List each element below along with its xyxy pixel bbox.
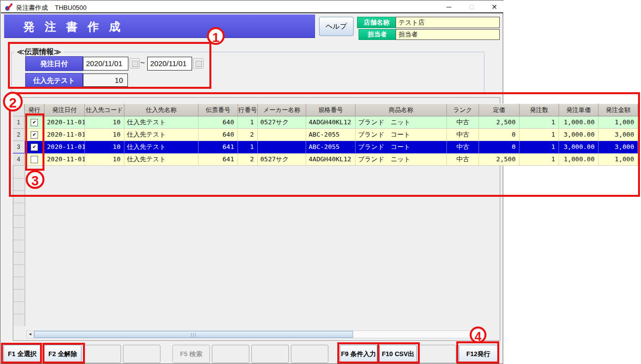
- row-number: 3: [13, 141, 25, 153]
- person-in-charge-label: 担当者: [359, 29, 396, 40]
- row-number: 1: [13, 116, 25, 129]
- f8-button-empty: [291, 345, 328, 363]
- list-price-cell: 0: [479, 141, 520, 153]
- f1-select-all-button[interactable]: F1 全選択: [3, 345, 41, 363]
- f2-clear-all-button[interactable]: F2 全解除: [44, 345, 81, 363]
- maximize-button[interactable]: □: [463, 1, 480, 13]
- maker-name-cell: 0527サク: [258, 153, 306, 166]
- spec-no-cell: 4ADGH40KL12: [306, 153, 356, 166]
- close-button[interactable]: ✕: [486, 1, 503, 13]
- col-supplier-code[interactable]: 仕入先コード: [85, 104, 124, 116]
- close-icon: ✕: [491, 3, 497, 11]
- rank-cell: 中古: [447, 116, 479, 129]
- table-row[interactable]: 2 ✔ 2020-11-01 10 仕入先テスト 640 2 ABC-2055 …: [13, 129, 638, 141]
- window-title: 発注書作成THBU0500: [16, 3, 86, 12]
- f9-condition-input-button[interactable]: F9 条件入力: [340, 345, 377, 363]
- table-row-selected[interactable]: 3 ✔ 2020-11-01 10 仕入先テスト 641 1 ABC-2055 …: [13, 141, 638, 153]
- table-row[interactable]: 1 ✔ 2020-11-01 10 仕入先テスト 640 1 0527サク 4A…: [13, 116, 638, 129]
- scrollbar-grip-icon: [191, 333, 197, 337]
- col-supplier-name[interactable]: 仕入先名称: [124, 104, 199, 116]
- screen: 発注書作成THBU0500 ─ □ ✕ 発 注 書 作 成 ヘルプ 店舗名称 テ…: [0, 0, 641, 364]
- order-date-cell: 2020-11-01: [44, 129, 85, 141]
- issue-checkbox-cell: ✔: [25, 116, 44, 129]
- amount-cell: 3,000: [599, 129, 638, 141]
- order-date-to-input[interactable]: 2020/11/01: [147, 57, 192, 71]
- order-grid: 発行 発注日付 仕入先コード 仕入先名称 伝票番号 行番号 メーカー名称 規格番…: [13, 104, 638, 166]
- supplier-name-cell: 仕入先テスト: [124, 129, 199, 141]
- f12-issue-button[interactable]: F12発行: [459, 345, 498, 363]
- order-date-cell: 2020-11-01: [44, 116, 85, 129]
- date-range-separator: ~: [140, 59, 145, 68]
- page-banner: 発 注 書 作 成: [4, 14, 315, 38]
- scrollbar-thumb[interactable]: [34, 331, 353, 338]
- product-name-cell: ブランド コート: [356, 129, 447, 141]
- horizontal-scrollbar[interactable]: ◄: [26, 330, 478, 338]
- grid-row-header-strip: [13, 166, 25, 326]
- calendar-button-from[interactable]: [129, 58, 140, 69]
- store-name-label: 店舗名称: [357, 17, 396, 28]
- col-order-unit-price[interactable]: 発注単価: [559, 104, 599, 116]
- issue-checkbox[interactable]: ✔: [31, 144, 38, 151]
- calendar-button-to[interactable]: [193, 58, 203, 69]
- spec-no-cell: 4ADGH40KL12: [306, 116, 356, 129]
- help-button[interactable]: ヘルプ: [319, 17, 354, 36]
- maker-name-cell: [258, 141, 306, 153]
- f6-button-empty: [212, 345, 249, 363]
- issue-checkbox[interactable]: ✔: [31, 131, 38, 139]
- line-no-cell: 1: [238, 116, 258, 129]
- minimize-button[interactable]: ─: [441, 1, 457, 13]
- line-no-cell: 1: [238, 141, 258, 153]
- product-name-cell: ブランド ニット: [356, 116, 447, 129]
- store-name-value: テスト店: [396, 17, 500, 28]
- order-date-from-input[interactable]: 2020/11/01: [83, 57, 128, 71]
- product-name-cell: ブランド コート: [356, 141, 447, 153]
- amount-cell: 1,000: [599, 116, 638, 129]
- supplier-name-cell: 仕入先テスト: [124, 116, 199, 129]
- row-number: 4: [13, 153, 25, 166]
- app-icon: [4, 3, 13, 11]
- corner-cell: [13, 104, 25, 116]
- spec-no-cell: ABC-2055: [306, 141, 356, 153]
- issue-checkbox[interactable]: ✔: [31, 119, 38, 126]
- f10-csv-export-button[interactable]: F10 CSV出力: [379, 345, 417, 363]
- supplier-code-cell: 10: [85, 129, 124, 141]
- grid-header-row: 発行 発注日付 仕入先コード 仕入先名称 伝票番号 行番号 メーカー名称 規格番…: [13, 104, 638, 116]
- order-qty-cell: 1: [520, 129, 559, 141]
- col-order-amount[interactable]: 発注金額: [599, 104, 638, 116]
- col-order-qty[interactable]: 発注数: [520, 104, 559, 116]
- col-rank[interactable]: ランク: [447, 104, 479, 116]
- col-order-date[interactable]: 発注日付: [44, 104, 85, 116]
- row-number: 2: [13, 129, 25, 141]
- supplier-name-cell: 仕入先テスト: [124, 153, 199, 166]
- rank-cell: 中古: [447, 153, 479, 166]
- slip-no-cell: 640: [199, 116, 238, 129]
- col-spec-no[interactable]: 規格番号: [306, 104, 356, 116]
- list-price-cell: 2,500: [479, 153, 520, 166]
- app-window: 発注書作成THBU0500 ─ □ ✕ 発 注 書 作 成 ヘルプ 店舗名称 テ…: [0, 0, 503, 364]
- col-issue[interactable]: 発行: [25, 104, 44, 116]
- col-product-name[interactable]: 商品名称: [356, 104, 447, 116]
- issue-checkbox[interactable]: [31, 156, 38, 163]
- line-no-cell: 2: [238, 153, 258, 166]
- supplier-code-input[interactable]: 10: [83, 73, 128, 87]
- order-qty-cell: 1: [520, 141, 559, 153]
- slip-no-cell: 641: [199, 141, 238, 153]
- col-maker-name[interactable]: メーカー名称: [258, 104, 306, 116]
- slip-info-title: ≪伝票情報≫: [14, 47, 64, 57]
- col-line-no[interactable]: 行番号: [238, 104, 258, 116]
- table-row[interactable]: 4 2020-11-01 10 仕入先テスト 641 2 0527サク 4ADG…: [13, 153, 638, 166]
- slip-no-cell: 640: [199, 129, 238, 141]
- order-date-cell: 2020-11-01: [44, 153, 85, 166]
- col-list-price[interactable]: 定価: [479, 104, 520, 116]
- page-title: 発 注 書 作 成: [23, 19, 124, 35]
- scroll-left-button[interactable]: ◄: [27, 331, 34, 338]
- order-date-cell: 2020-11-01: [44, 141, 85, 153]
- title-bar: 発注書作成THBU0500 ─ □ ✕: [1, 1, 503, 13]
- rank-cell: 中古: [447, 129, 479, 141]
- unit-price-cell: 1,000.00: [559, 116, 599, 129]
- calendar-icon: [132, 61, 138, 67]
- col-slip-no[interactable]: 伝票番号: [199, 104, 238, 116]
- supplier-label: 仕入先テスト: [25, 73, 83, 88]
- window-title-code: THBU0500: [55, 4, 86, 11]
- supplier-name-cell: 仕入先テスト: [124, 141, 199, 153]
